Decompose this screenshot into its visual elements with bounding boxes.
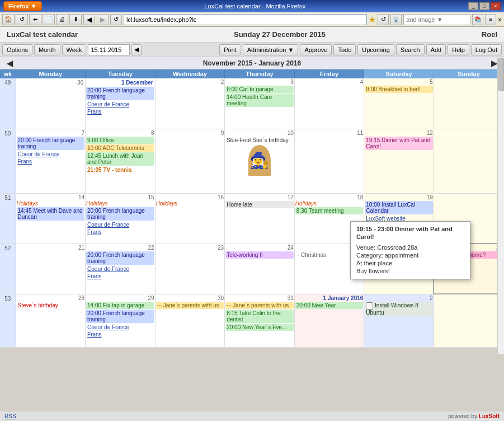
toolbar-icon-6[interactable]: ⬇: [69, 14, 82, 25]
minimize-btn[interactable]: _: [468, 2, 478, 10]
event-breakfast[interactable]: 9:00 Breakfast in bed!: [365, 86, 433, 93]
scroll-thumb[interactable]: [498, 58, 504, 91]
search-btn[interactable]: Search: [396, 44, 425, 55]
maximize-btn[interactable]: □: [479, 2, 489, 10]
menu-btn[interactable]: ≡: [485, 14, 496, 25]
event-new-year[interactable]: 20:00 New Year: [295, 302, 364, 309]
toolbar-icon-1[interactable]: 🏠: [2, 14, 15, 25]
add-btn[interactable]: Add: [426, 44, 446, 55]
event-teleworking[interactable]: Tele-working II: [225, 251, 294, 259]
cell-dec24[interactable]: 24 Tele-working II: [225, 244, 295, 294]
cell-dec3[interactable]: 3 8:00 Car to garage 14:00 Health Care m…: [225, 78, 295, 129]
date-picker[interactable]: [88, 44, 130, 55]
event-france-link-51[interactable]: Coeur de France: [86, 221, 154, 228]
approve-btn[interactable]: Approve: [300, 44, 332, 55]
bookmark-star[interactable]: ★: [369, 15, 376, 24]
print-btn[interactable]: Print: [219, 44, 241, 55]
date-arrow[interactable]: ◀: [131, 44, 142, 55]
cell-dec31[interactable]: 31 ··· Jane`s parents with us 8:15 Take …: [225, 294, 295, 347]
cell-dec8[interactable]: 8 9:00 Office 10:00 ADC Telecomms 12:45 …: [86, 129, 156, 193]
cell-dec15[interactable]: 15 Holidays 20:00 French language traini…: [86, 193, 156, 244]
event-team[interactable]: 8:30 Team meeting: [295, 207, 364, 214]
event-office[interactable]: 9:00 Office: [86, 137, 154, 144]
logout-btn[interactable]: Log Out: [471, 44, 502, 55]
scrollbar[interactable]: [497, 57, 504, 354]
cell-dec9[interactable]: 9: [155, 129, 225, 193]
event-french-51[interactable]: 20:00 French language training: [86, 207, 154, 221]
cell-dec5[interactable]: 5 9:00 Breakfast in bed!: [364, 78, 434, 129]
event-colin[interactable]: 8:15 Take Colin to the dentist: [225, 310, 294, 323]
bookmarks-btn[interactable]: 📚: [472, 14, 483, 25]
event-adc[interactable]: 10:00 ADC Telecomms: [86, 144, 154, 152]
cell-dec28[interactable]: 28 Steve`s birthday: [16, 294, 86, 347]
event-frans-link-50[interactable]: Frans: [17, 158, 85, 165]
week-btn[interactable]: Week: [62, 44, 87, 55]
event-janes-parents-wed[interactable]: ··· Jane`s parents with us: [156, 302, 224, 309]
event-steves-birthday[interactable]: Steve`s birthday: [17, 302, 85, 309]
cell-nov30[interactable]: 30: [16, 78, 86, 129]
cell-dec23[interactable]: 23: [155, 244, 225, 294]
event-france-link-49[interactable]: Coeur de France: [86, 101, 154, 108]
cell-jan1[interactable]: 1 January 2016 20:00 New Year: [294, 294, 364, 347]
address-input[interactable]: [124, 14, 367, 25]
month-btn[interactable]: Month: [34, 44, 60, 55]
event-frans-link-49[interactable]: Frans: [86, 108, 154, 115]
cell-dec10[interactable]: 10 Slue-Foot Sue`s birthday 🧙‍♀️: [225, 129, 295, 193]
event-install-windows[interactable]: Install Windows 8 Ubuntu: [365, 302, 433, 316]
toolbar-icon-2[interactable]: ↺: [16, 14, 28, 25]
administration-btn[interactable]: Administration ▼: [243, 44, 299, 55]
toolbar-icon-5[interactable]: 🖨: [56, 14, 68, 25]
help-btn[interactable]: Help: [448, 44, 469, 55]
cell-dec14[interactable]: 14 Holidays 14:45 Meet with Dave and Dun…: [16, 193, 86, 244]
cell-dec30[interactable]: 30 ··· Jane`s parents with us: [155, 294, 225, 347]
event-frans-link-51[interactable]: Frans: [86, 228, 154, 236]
event-meet-dave[interactable]: 14:45 Meet with Dave and Duncan: [17, 207, 85, 221]
event-france-link-52[interactable]: Coeur de France: [86, 265, 154, 273]
cell-dec21[interactable]: 21: [16, 244, 86, 294]
options-btn[interactable]: Options: [2, 44, 32, 55]
cell-jan3[interactable]: 3: [434, 294, 503, 347]
cell-dec4[interactable]: 4: [294, 78, 364, 129]
next-month-arrow[interactable]: ▶: [491, 59, 497, 68]
forward-btn[interactable]: ▶: [97, 14, 109, 25]
event-birthday-sue[interactable]: Slue-Foot Sue`s birthday: [225, 137, 294, 144]
event-fix-tap[interactable]: 14:00 Fix tap in garage: [86, 302, 154, 309]
prev-month-arrow[interactable]: ◀: [7, 59, 13, 68]
refresh-btn[interactable]: ↺: [378, 14, 389, 25]
event-france-link-53[interactable]: Coeur de France: [86, 324, 154, 331]
toolbar-icon-4[interactable]: 📄: [43, 14, 55, 25]
cell-dec1[interactable]: 1 December 20:00 French language trainin…: [86, 78, 156, 129]
more-btn[interactable]: »: [498, 16, 502, 24]
reload-btn[interactable]: ↺: [110, 14, 122, 25]
event-lunch[interactable]: 12:45 Lunch with Joan and Peter: [86, 152, 154, 166]
cell-dec29[interactable]: 29 14:00 Fix tap in garage 20:00 French …: [86, 294, 156, 347]
firefox-button[interactable]: Firefox ▼: [3, 1, 42, 11]
close-btn[interactable]: ×: [491, 2, 501, 10]
back-btn[interactable]: ◀: [83, 14, 95, 25]
event-car-garage[interactable]: 8:00 Car to garage: [225, 86, 294, 93]
rss-link[interactable]: RSS: [4, 413, 16, 419]
search-input[interactable]: [403, 14, 470, 25]
cell-dec7[interactable]: 7 20:00 French language training Coeur d…: [16, 129, 86, 193]
event-install-luxcal[interactable]: 10:00 Install LuxCal Calendar: [365, 201, 433, 214]
event-health[interactable]: 14:00 Health Care meeting: [225, 93, 294, 107]
event-home-late[interactable]: Home late: [225, 201, 294, 208]
cell-dec6[interactable]: 6: [434, 78, 503, 129]
toolbar-icon-3[interactable]: ⬅: [29, 14, 41, 25]
cell-dec13[interactable]: 13: [434, 129, 503, 193]
upcoming-btn[interactable]: Upcoming: [357, 44, 394, 55]
event-french-53[interactable]: 20:00 French language training: [86, 310, 154, 323]
event-dinner[interactable]: 19:15 Dinner with Pat and Carol!: [365, 137, 433, 150]
cell-dec2[interactable]: 2: [155, 78, 225, 129]
event-tv-tennis[interactable]: 21:05 TV - tennis: [86, 166, 154, 174]
event-france-link-50[interactable]: Coeur de France: [17, 151, 85, 158]
cell-dec11[interactable]: 11: [294, 129, 364, 193]
event-french-52[interactable]: 20:00 French language training: [86, 251, 154, 265]
event-new-years-eve[interactable]: 20:00 New Year`s Eve...: [225, 324, 294, 331]
event-french-50[interactable]: 20:00 French language training: [17, 137, 85, 150]
rss-btn[interactable]: 📡: [390, 14, 402, 25]
install-windows-checkbox[interactable]: [366, 302, 373, 310]
event-janes-parents-thu[interactable]: ··· Jane`s parents with us: [225, 302, 294, 309]
cell-dec22[interactable]: 22 20:00 French language training Coeur …: [86, 244, 156, 294]
event-frans-link-53[interactable]: Frans: [86, 331, 154, 338]
